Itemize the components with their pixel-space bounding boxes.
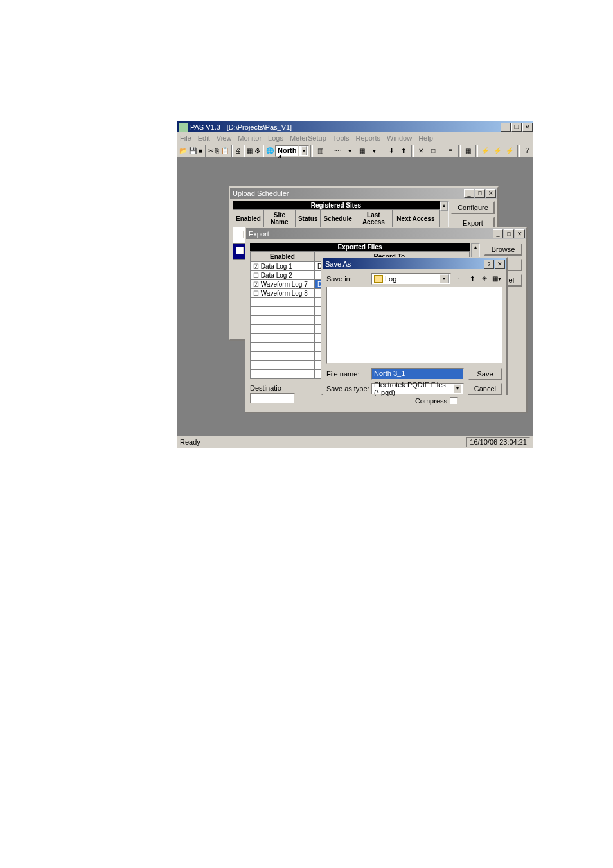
- open-icon[interactable]: 📂: [179, 145, 188, 157]
- chevron-down-icon[interactable]: ▾: [440, 274, 449, 283]
- col-schedule: Schedule: [321, 210, 355, 227]
- scroll-up-icon[interactable]: ▴: [440, 202, 448, 211]
- help-icon[interactable]: ?: [521, 145, 533, 157]
- menu-file[interactable]: File: [180, 134, 191, 142]
- up-folder-icon[interactable]: ⬆: [466, 273, 478, 285]
- file-list[interactable]: [326, 287, 502, 364]
- cut-icon[interactable]: ✂: [208, 145, 214, 157]
- site-selector[interactable]: North 4: [275, 145, 299, 157]
- export-titlebar: Export _ □ ✕: [246, 228, 526, 239]
- wave4-icon[interactable]: ▾: [368, 145, 380, 157]
- compress-checkbox[interactable]: [450, 397, 458, 405]
- row-check[interactable]: ☑ Waveform Log 7: [251, 280, 315, 289]
- maximize-button[interactable]: ❐: [511, 123, 522, 132]
- row-check[interactable]: ☑ Data Log 1: [251, 262, 315, 271]
- copy-icon[interactable]: ⎘: [215, 145, 220, 157]
- menu-view[interactable]: View: [217, 134, 232, 142]
- sp1-icon[interactable]: ⚡: [479, 145, 491, 157]
- filename-input[interactable]: North 3_1: [371, 368, 464, 380]
- row-check[interactable]: ☐ Waveform Log 8: [251, 289, 315, 298]
- save-icon[interactable]: 💾: [188, 145, 197, 157]
- browse-button[interactable]: Browse: [484, 243, 522, 256]
- col-lastaccess: Last Access: [355, 210, 392, 227]
- new-folder-icon[interactable]: ✳: [479, 273, 490, 285]
- back-icon[interactable]: ←: [454, 273, 466, 285]
- export-min-button[interactable]: _: [493, 229, 503, 238]
- views-icon[interactable]: ▦▾: [491, 273, 502, 285]
- square-icon[interactable]: □: [427, 145, 439, 157]
- menubar: File Edit View Monitor Logs MeterSetup T…: [177, 132, 533, 144]
- upload-min-button[interactable]: _: [464, 189, 474, 198]
- exported-files-header: Exported Files: [250, 243, 470, 251]
- saveas-dialog: Save As ? ✕ Save in: Log ▾ ← ⬆: [321, 257, 508, 395]
- folder-icon: [374, 275, 383, 283]
- col-sitename: Site Name: [263, 210, 295, 227]
- saveas-help-button[interactable]: ?: [484, 260, 494, 269]
- meter-icon[interactable]: ▥: [314, 145, 326, 157]
- menu-help[interactable]: Help: [418, 134, 433, 142]
- stop-icon[interactable]: ■: [198, 145, 203, 157]
- col-enabled: Enabled: [233, 210, 264, 227]
- status-text: Ready: [180, 438, 200, 446]
- upload-close-button[interactable]: ✕: [486, 189, 496, 198]
- savein-combo[interactable]: Log ▾: [371, 273, 451, 285]
- print-icon[interactable]: 🖨: [234, 145, 242, 157]
- registered-sites-header: Registered Sites: [233, 201, 440, 209]
- toolbar-dropdown[interactable]: ▾: [299, 145, 309, 157]
- save-button[interactable]: Save: [468, 368, 502, 380]
- statusbar: Ready 16/10/06 23:04:21: [177, 436, 533, 448]
- mw2-icon[interactable]: ▦: [462, 145, 474, 157]
- status-datetime: 16/10/06 23:04:21: [466, 437, 530, 447]
- saveas-title: Save As: [325, 260, 351, 268]
- export-max-button[interactable]: □: [504, 229, 514, 238]
- saveas-close-button[interactable]: ✕: [495, 260, 505, 269]
- mw1-icon[interactable]: ≡: [445, 145, 456, 157]
- wave2-icon[interactable]: ▾: [344, 145, 355, 157]
- globe-icon[interactable]: 🌐: [265, 145, 274, 157]
- upload-titlebar: Upload Scheduler _ □ ✕: [230, 188, 497, 199]
- saveas-titlebar: Save As ? ✕: [323, 258, 506, 269]
- menu-monitor[interactable]: Monitor: [238, 134, 262, 142]
- menu-logs[interactable]: Logs: [268, 134, 283, 142]
- grid-icon[interactable]: ▦: [246, 145, 253, 157]
- menu-edit[interactable]: Edit: [198, 134, 210, 142]
- type-label: Save as type:: [326, 385, 371, 393]
- sp2-icon[interactable]: ⚡: [492, 145, 503, 157]
- upload-max-button[interactable]: □: [475, 189, 485, 198]
- configure-button[interactable]: Configure: [451, 201, 495, 214]
- app-titlebar: PAS V1.3 - [D:\Projects\Pas_V1] _ ❐ ✕: [177, 121, 533, 132]
- app-icon: [179, 123, 188, 132]
- app-title: PAS V1.3 - [D:\Projects\Pas_V1]: [190, 123, 292, 131]
- sp3-icon[interactable]: ⚡: [504, 145, 515, 157]
- col-status: Status: [295, 210, 321, 227]
- destination-label: Destinatio: [250, 384, 281, 392]
- minimize-button[interactable]: _: [501, 123, 511, 132]
- filename-label: File name:: [326, 370, 371, 378]
- wave1-icon[interactable]: 〰: [332, 145, 343, 157]
- config-icon[interactable]: ⚙: [254, 145, 261, 157]
- paste-icon[interactable]: 📋: [220, 145, 229, 157]
- compress-label: Compress: [415, 397, 447, 405]
- menu-reports[interactable]: Reports: [355, 134, 380, 142]
- wave3-icon[interactable]: ▦: [356, 145, 368, 157]
- type-combo[interactable]: Electrotek PQDIF Files (*.pqd) ▾: [371, 383, 464, 394]
- menu-window[interactable]: Window: [387, 134, 412, 142]
- type-value: Electrotek PQDIF Files (*.pqd): [374, 381, 454, 396]
- row-check[interactable]: ☐ Data Log 2: [251, 271, 315, 280]
- menu-tools[interactable]: Tools: [333, 134, 350, 142]
- export-title: Export: [249, 230, 269, 238]
- down-icon[interactable]: ⬇: [386, 145, 397, 157]
- destination-field[interactable]: [250, 393, 295, 403]
- col-nextaccess: Next Access: [392, 210, 439, 227]
- scroll-up-icon[interactable]: ▴: [472, 244, 479, 252]
- saveas-cancel-button[interactable]: Cancel: [468, 382, 502, 395]
- x-icon[interactable]: ✕: [415, 145, 427, 157]
- menu-metersetup[interactable]: MeterSetup: [290, 134, 326, 142]
- savein-label: Save in:: [326, 275, 371, 283]
- chevron-down-icon[interactable]: ▾: [454, 384, 461, 393]
- toolbar: 📂 💾 ■ ✂ ⎘ 📋 🖨 ▦ ⚙ 🌐 North 4 ▾ ▥ 〰 ▾ ▦ ▾ …: [177, 144, 533, 158]
- up-icon[interactable]: ⬆: [398, 145, 409, 157]
- export-close-button[interactable]: ✕: [515, 229, 525, 238]
- col-enabled: Enabled: [251, 252, 315, 262]
- close-button[interactable]: ✕: [522, 123, 533, 132]
